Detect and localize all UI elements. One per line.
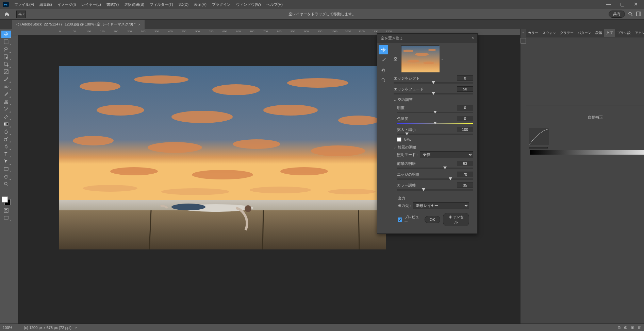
home-icon[interactable]: [3, 10, 11, 18]
tool-preset-picker[interactable]: ▾: [16, 11, 26, 18]
sky-adjustments-header[interactable]: ⌄空の調整: [394, 97, 473, 102]
brightness-input[interactable]: [457, 105, 473, 110]
gradient-tool[interactable]: [1, 120, 11, 128]
output-to-select[interactable]: 新規レイヤー: [413, 202, 469, 209]
temperature-input[interactable]: [457, 116, 473, 121]
menu-filter[interactable]: フィルター(T): [147, 1, 176, 8]
svg-point-36: [192, 170, 253, 179]
document-tab[interactable]: (c) AdobeStock_227512477_1200.jpg @ 100%…: [12, 20, 145, 29]
zoom-tool[interactable]: [1, 180, 11, 188]
brightness-slider[interactable]: [397, 112, 473, 113]
collapsed-panel-dock[interactable]: «: [520, 29, 526, 324]
menu-select[interactable]: 選択範囲(S): [121, 1, 147, 8]
menu-plugin[interactable]: プラグイン: [209, 1, 233, 8]
menu-type[interactable]: 書式(Y): [104, 1, 122, 8]
zoom-level[interactable]: 100%: [3, 326, 20, 330]
tab-actions[interactable]: アクショ: [633, 29, 644, 37]
menu-layer[interactable]: レイヤー(L): [79, 1, 103, 8]
tab-paragraph[interactable]: 段落: [593, 29, 604, 37]
scale-slider[interactable]: [397, 134, 473, 135]
sky-preset-label: 空:: [394, 56, 398, 62]
link-icon[interactable]: ⧉: [618, 325, 621, 330]
mask-icon[interactable]: ◐: [624, 325, 627, 330]
text-tool[interactable]: T: [1, 150, 11, 158]
tab-character[interactable]: 文字: [604, 29, 615, 37]
menu-3d[interactable]: 3D(D): [176, 1, 191, 8]
rectangle-tool[interactable]: [1, 165, 11, 173]
healing-brush-tool[interactable]: [1, 83, 11, 90]
crop-tool[interactable]: [1, 60, 11, 68]
tab-gradients[interactable]: グラデー: [558, 29, 576, 37]
frame-tool[interactable]: [1, 68, 11, 75]
screen-mode-tool[interactable]: [1, 214, 11, 222]
cancel-button[interactable]: キャンセル: [443, 213, 469, 226]
menu-window[interactable]: ウィンドウ(W): [233, 1, 264, 8]
object-select-tool[interactable]: [1, 53, 11, 60]
dialog-close-icon[interactable]: ×: [472, 36, 474, 41]
dodge-tool[interactable]: [1, 135, 11, 143]
trash-icon[interactable]: 🗑: [638, 325, 641, 330]
canvas-image[interactable]: [59, 66, 386, 249]
auto-correct-button[interactable]: 自動補正: [588, 115, 603, 119]
edge-lighting-slider[interactable]: [397, 178, 473, 180]
foreground-adjustments-header[interactable]: ⌄前景の調整: [394, 145, 473, 150]
fade-edge-input[interactable]: [457, 86, 473, 92]
scale-input[interactable]: [457, 127, 473, 132]
sky-preset-picker[interactable]: ⌄: [401, 46, 439, 72]
svg-point-0: [629, 12, 631, 15]
fg-lighting-slider[interactable]: [397, 168, 473, 169]
minimize-icon[interactable]: —: [602, 0, 615, 8]
menu-view[interactable]: 表示(V): [191, 1, 209, 8]
blur-tool[interactable]: [1, 128, 11, 135]
pen-tool[interactable]: [1, 143, 11, 150]
move-tool[interactable]: [1, 31, 11, 38]
document-info[interactable]: (c) 1200 px x 675 px (72 ppi): [24, 326, 71, 330]
shift-edge-input[interactable]: [457, 75, 473, 81]
brush-tool[interactable]: [1, 90, 11, 98]
close-icon[interactable]: ✕: [629, 0, 643, 8]
marquee-tool[interactable]: [1, 38, 11, 46]
tab-patterns[interactable]: パターン: [576, 29, 593, 37]
lighting-mode-select[interactable]: 乗算: [420, 151, 473, 158]
new-icon[interactable]: ▣: [631, 325, 634, 330]
fg-lighting-input[interactable]: [457, 161, 473, 166]
share-button[interactable]: 共有: [609, 11, 625, 18]
color-adj-slider[interactable]: [397, 189, 473, 191]
sky-zoom-tool[interactable]: [379, 75, 388, 85]
path-select-tool[interactable]: [1, 158, 11, 165]
menu-edit[interactable]: 編集(E): [37, 1, 55, 8]
search-icon[interactable]: [628, 11, 633, 17]
tab-color[interactable]: カラー: [526, 29, 540, 37]
ok-button[interactable]: OK: [425, 216, 440, 223]
sky-move-tool[interactable]: [379, 45, 388, 54]
history-brush-tool[interactable]: [1, 105, 11, 113]
quick-mask-tool[interactable]: [1, 207, 11, 214]
color-adj-input[interactable]: [457, 182, 473, 188]
flip-checkbox[interactable]: [397, 137, 401, 142]
edge-lighting-input[interactable]: [457, 172, 473, 177]
color-swatches[interactable]: [2, 196, 11, 205]
menu-help[interactable]: ヘルプ(H): [264, 1, 285, 8]
eraser-tool[interactable]: [1, 113, 11, 120]
fade-edge-slider[interactable]: [394, 93, 473, 94]
sky-hand-tool[interactable]: [379, 65, 388, 75]
hand-tool[interactable]: [1, 173, 11, 180]
edit-toolbar[interactable]: ⋯: [1, 188, 11, 195]
svg-line-45: [263, 210, 263, 249]
shift-edge-slider[interactable]: [394, 82, 473, 84]
eyedropper-tool[interactable]: [1, 75, 11, 83]
lasso-tool[interactable]: [1, 46, 11, 53]
tab-swatches[interactable]: スウォッ: [540, 29, 558, 37]
menu-image[interactable]: イメージ(I): [55, 1, 79, 8]
preview-checkbox[interactable]: [398, 217, 402, 222]
dialog-titlebar[interactable]: 空を置き換え ×: [377, 34, 477, 43]
foreground-color-swatch[interactable]: [2, 196, 8, 203]
menu-file[interactable]: ファイル(F): [12, 1, 37, 8]
tab-brush-settings[interactable]: ブラシ設: [615, 29, 633, 37]
clone-stamp-tool[interactable]: [1, 98, 11, 105]
tab-close-icon[interactable]: ×: [138, 22, 141, 27]
maximize-icon[interactable]: ▢: [615, 0, 629, 8]
sky-brush-tool[interactable]: [379, 55, 388, 65]
workspace-icon[interactable]: [636, 11, 641, 17]
temperature-slider[interactable]: [397, 123, 473, 124]
